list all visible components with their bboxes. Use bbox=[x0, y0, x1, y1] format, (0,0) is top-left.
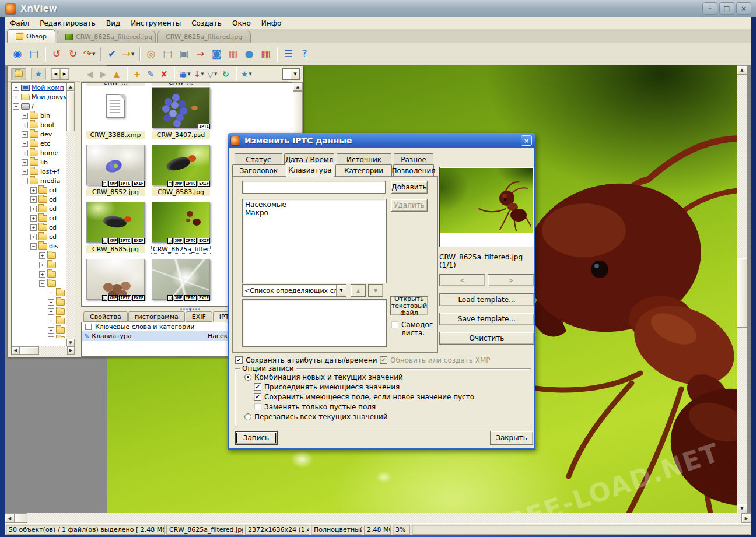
menu-item-0[interactable]: Файл bbox=[5, 18, 34, 29]
move-down-button[interactable]: ▼ bbox=[368, 284, 383, 297]
forward-button[interactable]: ▶ bbox=[97, 67, 110, 81]
tab-status[interactable]: Статус bbox=[235, 153, 282, 165]
keep-field-checkbox[interactable]: ✔ Сохранить имеющееся поле, если новое з… bbox=[254, 393, 474, 401]
move-up-button[interactable]: ▲ bbox=[351, 284, 366, 297]
tree-item-19[interactable]: + bbox=[12, 260, 68, 269]
radio-selected[interactable] bbox=[244, 374, 251, 381]
predefined-keyword-list[interactable] bbox=[242, 299, 387, 347]
menu-item-2[interactable]: Вид bbox=[101, 18, 125, 29]
tab-source[interactable]: Источник bbox=[337, 153, 391, 165]
tab-keywords[interactable]: Клавиатура bbox=[286, 163, 334, 177]
rating-button[interactable]: ★▼ bbox=[240, 67, 253, 81]
expand-box-icon[interactable]: + bbox=[30, 215, 37, 222]
scroll-up-arrow-icon[interactable]: ▲ bbox=[737, 65, 747, 75]
thumbnail-filter-combo[interactable]: ▼ bbox=[282, 68, 300, 80]
dialog-close-icon[interactable]: × bbox=[521, 135, 532, 146]
scroll-up-arrow-icon[interactable]: ▲ bbox=[293, 82, 303, 91]
overwrite-values-radio[interactable]: Перезапись всех текущих значений bbox=[244, 413, 387, 421]
edit-button[interactable]: ✎ bbox=[144, 67, 157, 81]
tree-item-bin[interactable]: +bin bbox=[12, 111, 68, 120]
write-button[interactable]: Запись bbox=[235, 431, 278, 445]
remove-keyword-button[interactable]: Удалить bbox=[391, 199, 428, 212]
tree-hscroll-thumb[interactable] bbox=[19, 346, 39, 355]
expand-box-icon[interactable]: + bbox=[39, 262, 46, 268]
expand-box-icon[interactable]: + bbox=[48, 308, 54, 315]
tree-vertical-scrollbar[interactable]: ▲ ▼ bbox=[66, 83, 75, 346]
checkbox-checked[interactable]: ✔ bbox=[254, 383, 261, 391]
expand-box-icon[interactable]: + bbox=[39, 271, 46, 278]
menu-item-5[interactable]: Окно bbox=[227, 18, 256, 29]
keep-date-checkbox[interactable]: ✔ Сохранять атрибуты даты/времени bbox=[235, 356, 377, 364]
tab-permissions[interactable]: Позволения bbox=[393, 164, 434, 176]
back-button[interactable]: ◀ bbox=[83, 67, 96, 81]
expand-box-icon[interactable]: + bbox=[30, 224, 37, 231]
expand-box-icon[interactable]: + bbox=[48, 318, 54, 324]
chevron-down-icon[interactable]: ▼ bbox=[336, 285, 346, 296]
expand-box-icon[interactable]: + bbox=[13, 94, 19, 100]
view-mode-button[interactable]: ▦▼ bbox=[178, 67, 192, 81]
tree-item-home[interactable]: +home bbox=[12, 148, 68, 157]
create-folder-button[interactable]: + bbox=[131, 67, 144, 81]
tree-item-Мои докум[interactable]: +Мои докум bbox=[12, 92, 68, 101]
scroll-right-arrow-icon[interactable]: ▶ bbox=[741, 513, 751, 523]
tree-item-cd[interactable]: +cd bbox=[12, 213, 68, 223]
capture-button[interactable]: ◙ bbox=[208, 46, 225, 62]
tab-categories[interactable]: Категории bbox=[335, 164, 392, 176]
expand-box-icon[interactable]: + bbox=[30, 206, 37, 212]
filter-button[interactable]: ▽▼ bbox=[206, 67, 219, 81]
move-copy-button[interactable]: →▼ bbox=[120, 46, 136, 62]
tab-caption[interactable]: Заголовок bbox=[232, 164, 285, 176]
load-template-button[interactable]: Load template... bbox=[439, 293, 534, 306]
tree-item-24[interactable]: + bbox=[12, 307, 68, 316]
tree-item-cd[interactable]: +cd bbox=[12, 223, 68, 232]
next-image-button[interactable]: > bbox=[488, 274, 534, 286]
close-dialog-button[interactable]: Закрыть bbox=[490, 431, 533, 445]
expand-box-icon[interactable]: + bbox=[22, 113, 28, 119]
info-tab-гистограмма[interactable]: гистограмма bbox=[128, 311, 185, 322]
tree-item-cd[interactable]: +cd bbox=[12, 232, 68, 241]
keyword-list[interactable]: Насекомые Макро bbox=[242, 199, 387, 283]
mosaic-button[interactable]: ▦ bbox=[257, 46, 274, 62]
add-keyword-button[interactable]: Добавить bbox=[391, 181, 428, 194]
settings-button[interactable]: ☰ bbox=[280, 46, 296, 62]
tree-scroll-thumb[interactable] bbox=[66, 90, 75, 131]
expand-box-icon[interactable]: + bbox=[22, 150, 28, 156]
scroll-down-arrow-icon[interactable]: ▼ bbox=[737, 504, 747, 513]
scroll-down-arrow-icon[interactable]: ▼ bbox=[66, 339, 75, 346]
tree-item-Мой комп[interactable]: +Мой комп bbox=[12, 83, 68, 92]
expand-box-icon[interactable]: + bbox=[13, 85, 19, 91]
append-values-checkbox[interactable]: ✔ Присоединять имеющиеся значения bbox=[254, 383, 400, 391]
expand-box-icon[interactable]: + bbox=[22, 131, 28, 138]
tree-item-lib[interactable]: +lib bbox=[12, 157, 68, 167]
menu-item-6[interactable]: Инфо bbox=[256, 18, 286, 29]
checkbox-unchecked[interactable] bbox=[391, 321, 398, 328]
help-button[interactable]: ? bbox=[296, 46, 313, 62]
tree-item-26[interactable]: + bbox=[12, 325, 68, 335]
tree-item-22[interactable]: + bbox=[12, 288, 68, 297]
sort-button[interactable]: ↓▼ bbox=[192, 67, 205, 81]
parent-folder-button[interactable]: ▲ bbox=[110, 67, 123, 81]
print-button[interactable]: ▤ bbox=[159, 46, 176, 62]
file-thumbnail-6[interactable]: □XMPIPTCEXIF bbox=[86, 259, 145, 307]
expand-box-icon[interactable]: + bbox=[30, 187, 37, 194]
scroll-up-arrow-icon[interactable]: ▲ bbox=[66, 83, 75, 90]
info-tab-EXIF[interactable]: EXIF bbox=[186, 311, 212, 322]
tree-horizontal-scrollbar[interactable]: ◀ ▶ bbox=[12, 346, 75, 355]
keyword-item[interactable]: Макро bbox=[245, 209, 384, 217]
refresh-button[interactable]: ↻ bbox=[219, 67, 232, 81]
collapse-box-icon[interactable]: − bbox=[13, 103, 19, 110]
tree-item-media[interactable]: −media bbox=[12, 176, 68, 185]
file-CRW_8585.jpg[interactable]: □XMPIPTCEXIFCRW_8585.jpg bbox=[86, 202, 145, 254]
collapse-box-icon[interactable]: − bbox=[30, 243, 37, 250]
tree-item-/[interactable]: −/ bbox=[12, 101, 68, 111]
convert-button[interactable]: ✔ bbox=[104, 46, 120, 62]
tree-item-cd[interactable]: +cd bbox=[12, 195, 68, 204]
window-tab-2[interactable]: CRW_8625a_filtered.jpg bbox=[157, 31, 251, 43]
tree-item-20[interactable]: + bbox=[12, 269, 68, 279]
expand-box-icon[interactable]: + bbox=[48, 290, 54, 296]
checkbox-checked[interactable]: ✔ bbox=[254, 393, 261, 401]
combine-values-radio[interactable]: Комбинация новых и текущих значений bbox=[244, 373, 403, 381]
tab-misc[interactable]: Разное bbox=[394, 153, 433, 165]
rotate-left-button[interactable]: ↺ bbox=[48, 46, 65, 62]
folders-view-button[interactable] bbox=[11, 68, 26, 80]
